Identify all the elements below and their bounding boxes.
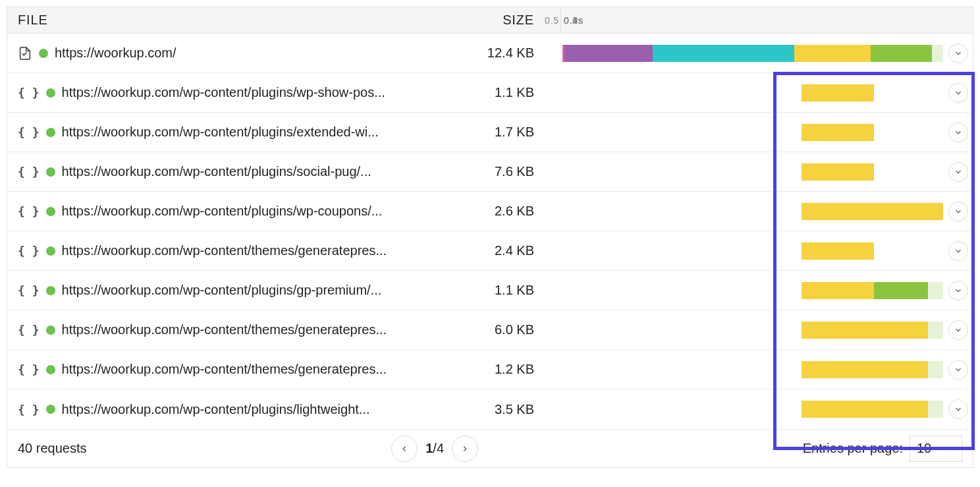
- cell-file: { }https://woorkup.com/wp-content/plugin…: [7, 204, 416, 219]
- waterfall-segment: [928, 322, 943, 339]
- status-dot-icon: [46, 167, 55, 177]
- expand-row-button[interactable]: [948, 43, 968, 63]
- cell-size: 6.0 KB: [416, 322, 560, 337]
- request-count: 40 requests: [18, 441, 87, 456]
- braces-icon: { }: [18, 362, 40, 376]
- cell-file: { }https://woorkup.com/wp-content/themes…: [7, 322, 416, 337]
- table-row: { }https://woorkup.com/wp-content/themes…: [7, 350, 973, 389]
- status-dot-icon: [46, 207, 55, 216]
- table-row: { }https://woorkup.com/wp-content/themes…: [7, 310, 973, 350]
- waterfall-segment: [874, 282, 927, 299]
- file-url: https://woorkup.com/wp-content/plugins/e…: [62, 125, 379, 140]
- expand-row-button[interactable]: [948, 320, 968, 340]
- file-url: https://woorkup.com/wp-content/themes/ge…: [62, 322, 387, 337]
- waterfall-segment: [794, 45, 871, 62]
- cell-waterfall: [560, 192, 943, 231]
- waterfall-segment: [928, 401, 943, 418]
- cell-file: { }https://woorkup.com/wp-content/plugin…: [7, 125, 416, 140]
- cell-waterfall: [560, 152, 943, 191]
- cell-waterfall: [560, 113, 943, 152]
- waterfall-segment: [802, 124, 874, 141]
- cell-file: { }https://woorkup.com/wp-content/themes…: [7, 243, 416, 258]
- waterfall-track: [560, 45, 943, 62]
- braces-icon: { }: [18, 165, 40, 179]
- status-dot-icon: [46, 128, 55, 137]
- status-dot-icon: [46, 246, 55, 256]
- cell-waterfall: [560, 389, 943, 429]
- waterfall-segment: [802, 243, 874, 260]
- pager: 1/4: [391, 436, 478, 462]
- file-url: https://woorkup.com/: [55, 45, 177, 61]
- file-url: https://woorkup.com/wp-content/plugins/w…: [62, 85, 385, 100]
- waterfall-segment: [802, 322, 928, 339]
- file-url: https://woorkup.com/wp-content/plugins/s…: [62, 164, 371, 179]
- table-row: { }https://woorkup.com/wp-content/plugin…: [7, 113, 973, 152]
- waterfall-segment: [802, 163, 874, 181]
- waterfall-track: [560, 361, 943, 378]
- page-position: 1/4: [425, 441, 444, 456]
- status-dot-icon: [46, 405, 55, 414]
- epp-select[interactable]: 10: [910, 436, 962, 462]
- table-body: https://woorkup.com/12.4 KB{ }https://wo…: [7, 34, 973, 429]
- file-url: https://woorkup.com/wp-content/themes/ge…: [62, 243, 387, 258]
- cell-size: 1.1 KB: [416, 283, 560, 298]
- file-url: https://woorkup.com/wp-content/themes/ge…: [62, 362, 387, 377]
- waterfall-track: [560, 282, 943, 299]
- expand-row-button[interactable]: [948, 241, 968, 261]
- status-dot-icon: [46, 365, 55, 374]
- timeline-tick: 0.4s: [560, 7, 584, 33]
- waterfall-segment: [871, 45, 932, 62]
- waterfall-track: [560, 401, 943, 418]
- expand-row-button[interactable]: [948, 281, 968, 301]
- cell-size: 12.4 KB: [416, 45, 560, 61]
- file-url: https://woorkup.com/wp-content/plugins/g…: [62, 283, 382, 298]
- document-icon: [18, 46, 32, 61]
- cell-waterfall: [560, 34, 943, 72]
- cell-file: { }https://woorkup.com/wp-content/plugin…: [7, 283, 416, 298]
- cell-size: 7.6 KB: [416, 164, 560, 179]
- table-row: https://woorkup.com/12.4 KB: [7, 34, 973, 73]
- waterfall-track: [560, 84, 943, 101]
- expand-row-button[interactable]: [948, 399, 968, 419]
- expand-row-button[interactable]: [948, 360, 968, 380]
- next-page-button[interactable]: [452, 436, 478, 462]
- cell-waterfall: [560, 310, 943, 349]
- braces-icon: { }: [18, 283, 40, 297]
- status-dot-icon: [46, 88, 55, 98]
- cell-file: { }https://woorkup.com/wp-content/plugin…: [7, 85, 416, 100]
- braces-icon: { }: [18, 244, 40, 258]
- cell-waterfall: [560, 231, 943, 270]
- prev-page-button[interactable]: [391, 436, 418, 462]
- header-timeline: 0.0s0.1s0.2s0.3s0.4s0.5: [560, 7, 943, 33]
- table-row: { }https://woorkup.com/wp-content/plugin…: [7, 192, 973, 231]
- cell-waterfall: [560, 73, 943, 112]
- table-footer: 40 requests 1/4 Entries per page: 10: [7, 429, 973, 467]
- status-dot-icon: [46, 326, 55, 335]
- table-row: { }https://woorkup.com/wp-content/plugin…: [7, 73, 973, 113]
- waterfall-track: [560, 322, 943, 339]
- expand-row-button[interactable]: [948, 83, 968, 103]
- table-row: { }https://woorkup.com/wp-content/themes…: [7, 231, 973, 271]
- entries-per-page: Entries per page: 10: [803, 436, 962, 462]
- header-file: FILE: [7, 13, 416, 28]
- expand-row-button[interactable]: [948, 123, 968, 142]
- header-size: SIZE: [416, 13, 560, 28]
- status-dot-icon: [46, 286, 55, 295]
- expand-row-button[interactable]: [948, 202, 968, 221]
- cell-size: 1.1 KB: [416, 85, 560, 100]
- waterfall-segment: [802, 203, 943, 220]
- waterfall-segment: [802, 361, 928, 378]
- braces-icon: { }: [18, 204, 40, 218]
- braces-icon: { }: [18, 125, 40, 139]
- waterfall-track: [560, 203, 943, 220]
- table-row: { }https://woorkup.com/wp-content/plugin…: [7, 152, 973, 192]
- cell-size: 2.6 KB: [416, 204, 560, 219]
- file-url: https://woorkup.com/wp-content/plugins/w…: [62, 204, 383, 219]
- cell-file: { }https://woorkup.com/wp-content/themes…: [7, 362, 416, 377]
- waterfall-track: [560, 124, 943, 141]
- cell-file: https://woorkup.com/: [7, 45, 416, 61]
- epp-label: Entries per page:: [803, 441, 903, 456]
- braces-icon: { }: [18, 403, 40, 416]
- cell-waterfall: [560, 271, 943, 310]
- expand-row-button[interactable]: [948, 162, 968, 182]
